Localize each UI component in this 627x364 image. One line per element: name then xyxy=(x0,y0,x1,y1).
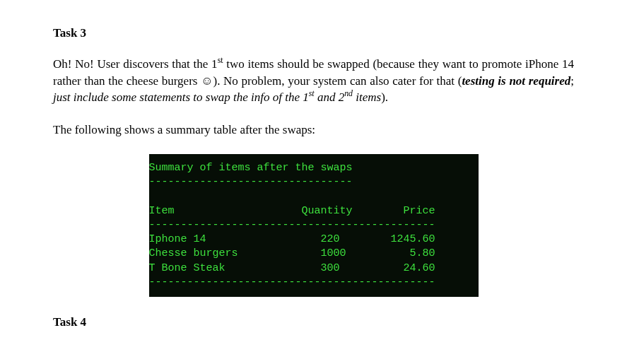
text: Oh! No! User discovers that the 1 xyxy=(53,57,218,71)
table-row: Iphone 14 220 1245.60 xyxy=(149,233,435,245)
text: ). No problem, your system can also cate… xyxy=(213,74,462,88)
terminal-header: Item Quantity Price xyxy=(149,205,435,217)
terminal-divider: ----------------------------------------… xyxy=(149,276,435,288)
task4-heading: Task 4 xyxy=(53,314,574,331)
emphasis-italic: just include some statements to swap the… xyxy=(53,90,381,104)
terminal-divider: -------------------------------- xyxy=(149,176,353,188)
terminal-divider: ----------------------------------------… xyxy=(149,219,435,231)
task3-heading: Task 3 xyxy=(53,25,574,42)
superscript-nd: nd xyxy=(344,89,353,99)
text: and 2 xyxy=(315,90,345,104)
table-row: Chesse burgers 1000 5.80 xyxy=(149,247,435,259)
task3-paragraph-2: The following shows a summary table afte… xyxy=(53,122,574,139)
text: just include some statements to swap the… xyxy=(53,90,309,104)
smiley-icon: ☺ xyxy=(201,74,213,88)
table-row: T Bone Steak 300 24.60 xyxy=(149,262,435,274)
terminal-output: Summary of items after the swaps -------… xyxy=(149,154,479,297)
text: items xyxy=(353,90,381,104)
text: ). xyxy=(381,90,388,104)
terminal-title: Summary of items after the swaps xyxy=(149,162,353,174)
emphasis-bold-italic: testing is not required xyxy=(462,74,570,88)
superscript-st: st xyxy=(309,89,315,99)
task3-paragraph-1: Oh! No! User discovers that the 1st two … xyxy=(53,56,574,106)
superscript-st: st xyxy=(218,55,223,65)
text: ; xyxy=(570,74,574,88)
